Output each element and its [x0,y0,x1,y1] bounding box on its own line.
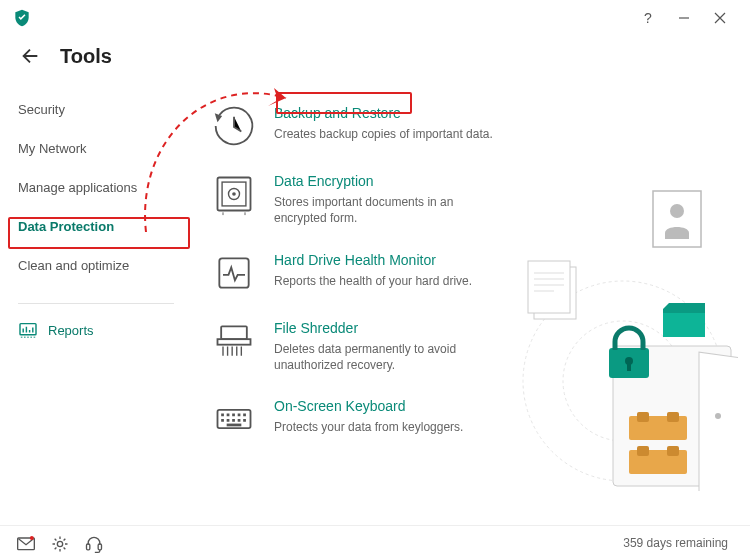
svg-rect-18 [243,419,246,422]
hdd-health-icon [212,251,256,295]
svg-point-4 [232,192,236,196]
svg-rect-16 [232,419,235,422]
svg-rect-6 [221,326,247,339]
close-button[interactable] [702,5,738,31]
clock-restore-icon [212,104,256,148]
svg-rect-19 [227,424,242,427]
shredder-icon [212,319,256,363]
tool-desc-hdd: Reports the health of your hard drive. [274,273,472,289]
sidebar-item-data-protection[interactable]: Data Protection [0,207,192,246]
titlebar: ? [0,0,750,36]
page-title: Tools [60,45,112,68]
mail-icon[interactable] [16,534,36,552]
keyboard-icon [212,397,256,441]
tool-title-backup[interactable]: Backup and Restore [274,104,493,122]
tool-title-shredder[interactable]: File Shredder [274,319,504,337]
gear-icon[interactable] [50,534,70,552]
page-header: Tools [0,36,750,80]
svg-rect-43 [98,544,101,550]
svg-rect-11 [232,414,235,417]
tool-file-shredder: File Shredder Deletes data permanently t… [212,309,740,388]
sidebar-item-my-network[interactable]: My Network [0,129,192,168]
svg-rect-42 [87,544,90,550]
sidebar: Security My Network Manage applications … [0,80,192,525]
statusbar: 359 days remaining [0,525,750,559]
window: ? Tools Security My Network Manage appli… [0,0,750,559]
svg-rect-17 [238,419,241,422]
sidebar-item-security[interactable]: Security [0,90,192,129]
svg-rect-0 [20,324,36,335]
main-panel: Backup and Restore Creates backup copies… [192,80,750,525]
sidebar-item-clean-optimize[interactable]: Clean and optimize [0,246,192,285]
tool-desc-backup: Creates backup copies of important data. [274,126,493,142]
tool-backup-restore: Backup and Restore Creates backup copies… [212,94,740,162]
svg-point-40 [30,536,34,540]
tool-title-keyboard[interactable]: On-Screen Keyboard [274,397,463,415]
svg-rect-13 [243,414,246,417]
headset-icon[interactable] [84,534,104,552]
tool-title-hdd[interactable]: Hard Drive Health Monitor [274,251,472,269]
svg-rect-9 [221,414,224,417]
reports-link[interactable]: Reports [0,314,192,346]
reports-label: Reports [48,323,94,338]
sidebar-separator [18,303,174,304]
tool-desc-encryption: Stores important documents in an encrypt… [274,194,504,226]
svg-rect-15 [227,419,230,422]
svg-rect-7 [218,339,251,345]
svg-rect-5 [219,258,248,287]
svg-rect-12 [238,414,241,417]
safe-icon [212,172,256,216]
help-button[interactable]: ? [630,5,666,31]
back-button[interactable] [16,42,44,70]
svg-point-41 [57,541,62,546]
tool-desc-keyboard: Protects your data from keyloggers. [274,419,463,435]
tool-desc-shredder: Deletes data permanently to avoid unauth… [274,341,504,373]
tool-title-encryption[interactable]: Data Encryption [274,172,504,190]
svg-rect-10 [227,414,230,417]
app-shield-icon [12,8,32,28]
tool-onscreen-keyboard: On-Screen Keyboard Protects your data fr… [212,387,740,455]
license-remaining: 359 days remaining [623,536,734,550]
svg-rect-14 [221,419,224,422]
tool-hdd-health: Hard Drive Health Monitor Reports the he… [212,241,740,309]
sidebar-item-manage-applications[interactable]: Manage applications [0,168,192,207]
minimize-button[interactable] [666,5,702,31]
tool-data-encryption: Data Encryption Stores important documen… [212,162,740,241]
reports-icon [18,322,38,338]
